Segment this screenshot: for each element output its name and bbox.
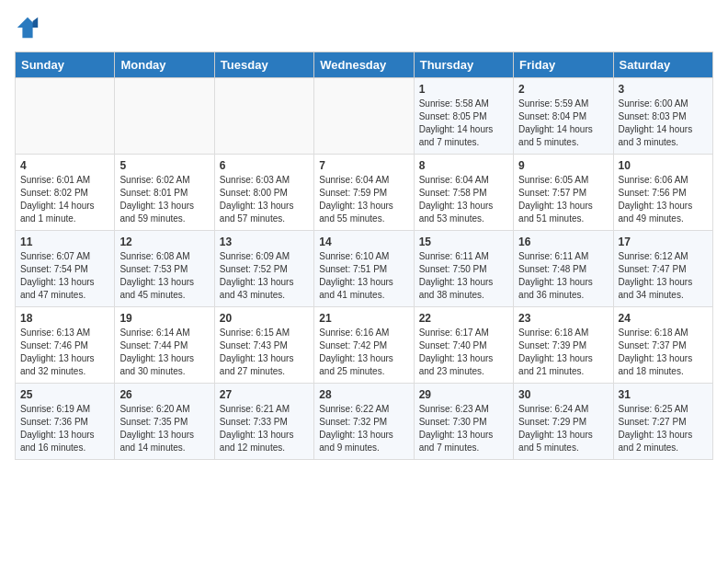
- day-number: 30: [518, 388, 608, 401]
- day-header-wednesday: Wednesday: [314, 52, 414, 78]
- calendar-cell: 24Sunrise: 6:18 AM Sunset: 7:37 PM Dayli…: [613, 307, 712, 384]
- day-info: Sunrise: 6:11 AM Sunset: 7:50 PM Dayligh…: [419, 250, 508, 302]
- day-info: Sunrise: 5:59 AM Sunset: 8:04 PM Dayligh…: [518, 98, 608, 149]
- calendar-cell: 6Sunrise: 6:03 AM Sunset: 8:00 PM Daylig…: [214, 155, 313, 231]
- logo: [15, 15, 44, 40]
- day-info: Sunrise: 6:22 AM Sunset: 7:32 PM Dayligh…: [319, 403, 408, 454]
- day-info: Sunrise: 6:10 AM Sunset: 7:51 PM Dayligh…: [319, 250, 408, 302]
- day-info: Sunrise: 6:04 AM Sunset: 7:58 PM Dayligh…: [419, 174, 508, 225]
- day-number: 21: [319, 312, 408, 325]
- day-info: Sunrise: 6:05 AM Sunset: 7:57 PM Dayligh…: [518, 174, 608, 225]
- calendar-cell: [16, 78, 115, 155]
- calendar-cell: 2Sunrise: 5:59 AM Sunset: 8:04 PM Daylig…: [514, 78, 613, 155]
- calendar-cell: 25Sunrise: 6:19 AM Sunset: 7:36 PM Dayli…: [16, 384, 115, 460]
- day-info: Sunrise: 6:01 AM Sunset: 8:02 PM Dayligh…: [20, 174, 109, 225]
- day-number: 27: [220, 388, 309, 401]
- day-number: 25: [20, 388, 109, 401]
- day-number: 12: [119, 236, 209, 248]
- calendar-cell: 1Sunrise: 5:58 AM Sunset: 8:05 PM Daylig…: [414, 78, 513, 155]
- day-info: Sunrise: 6:18 AM Sunset: 7:39 PM Dayligh…: [518, 327, 608, 378]
- day-info: Sunrise: 6:14 AM Sunset: 7:44 PM Dayligh…: [119, 327, 209, 378]
- day-number: 11: [20, 236, 109, 248]
- day-number: 2: [518, 83, 608, 96]
- calendar-cell: 3Sunrise: 6:00 AM Sunset: 8:03 PM Daylig…: [613, 78, 712, 155]
- day-info: Sunrise: 6:13 AM Sunset: 7:46 PM Dayligh…: [20, 327, 109, 378]
- day-number: 29: [419, 388, 508, 401]
- day-number: 9: [518, 159, 608, 172]
- day-header-thursday: Thursday: [414, 52, 513, 78]
- calendar-cell: 31Sunrise: 6:25 AM Sunset: 7:27 PM Dayli…: [613, 384, 712, 460]
- day-info: Sunrise: 5:58 AM Sunset: 8:05 PM Dayligh…: [419, 98, 508, 149]
- calendar-cell: [314, 78, 414, 155]
- day-header-saturday: Saturday: [613, 52, 712, 78]
- day-number: 28: [319, 388, 408, 401]
- day-info: Sunrise: 6:02 AM Sunset: 8:01 PM Dayligh…: [119, 174, 209, 225]
- day-info: Sunrise: 6:09 AM Sunset: 7:52 PM Dayligh…: [220, 250, 309, 302]
- day-number: 16: [518, 236, 608, 248]
- day-number: 8: [419, 159, 508, 172]
- calendar-cell: 4Sunrise: 6:01 AM Sunset: 8:02 PM Daylig…: [16, 155, 115, 231]
- calendar-table: SundayMondayTuesdayWednesdayThursdayFrid…: [15, 52, 713, 460]
- day-number: 18: [20, 312, 109, 325]
- page-header: [15, 15, 713, 40]
- calendar-cell: 11Sunrise: 6:07 AM Sunset: 7:54 PM Dayli…: [16, 231, 115, 307]
- day-number: 24: [619, 312, 708, 325]
- day-info: Sunrise: 6:03 AM Sunset: 8:00 PM Dayligh…: [220, 174, 309, 225]
- day-number: 20: [220, 312, 309, 325]
- day-info: Sunrise: 6:25 AM Sunset: 7:27 PM Dayligh…: [619, 403, 708, 454]
- calendar-week-row: 18Sunrise: 6:13 AM Sunset: 7:46 PM Dayli…: [16, 307, 713, 384]
- calendar-cell: 27Sunrise: 6:21 AM Sunset: 7:33 PM Dayli…: [214, 384, 313, 460]
- day-header-friday: Friday: [514, 52, 613, 78]
- day-info: Sunrise: 6:08 AM Sunset: 7:53 PM Dayligh…: [119, 250, 209, 302]
- day-info: Sunrise: 6:11 AM Sunset: 7:48 PM Dayligh…: [518, 250, 608, 302]
- day-number: 10: [619, 159, 708, 172]
- calendar-cell: [214, 78, 313, 155]
- day-info: Sunrise: 6:21 AM Sunset: 7:33 PM Dayligh…: [220, 403, 309, 454]
- day-number: 17: [619, 236, 708, 248]
- day-number: 23: [518, 312, 608, 325]
- day-header-tuesday: Tuesday: [214, 52, 313, 78]
- calendar-cell: 7Sunrise: 6:04 AM Sunset: 7:59 PM Daylig…: [314, 155, 414, 231]
- calendar-cell: 15Sunrise: 6:11 AM Sunset: 7:50 PM Dayli…: [414, 231, 513, 307]
- calendar-cell: 5Sunrise: 6:02 AM Sunset: 8:01 PM Daylig…: [115, 155, 214, 231]
- calendar-cell: 20Sunrise: 6:15 AM Sunset: 7:43 PM Dayli…: [214, 307, 313, 384]
- day-info: Sunrise: 6:23 AM Sunset: 7:30 PM Dayligh…: [419, 403, 508, 454]
- calendar-cell: 30Sunrise: 6:24 AM Sunset: 7:29 PM Dayli…: [514, 384, 613, 460]
- calendar-cell: 28Sunrise: 6:22 AM Sunset: 7:32 PM Dayli…: [314, 384, 414, 460]
- day-number: 3: [619, 83, 708, 96]
- day-info: Sunrise: 6:00 AM Sunset: 8:03 PM Dayligh…: [619, 98, 708, 149]
- calendar-cell: 22Sunrise: 6:17 AM Sunset: 7:40 PM Dayli…: [414, 307, 513, 384]
- day-number: 5: [119, 159, 209, 172]
- calendar-cell: 12Sunrise: 6:08 AM Sunset: 7:53 PM Dayli…: [115, 231, 214, 307]
- day-info: Sunrise: 6:06 AM Sunset: 7:56 PM Dayligh…: [619, 174, 708, 225]
- calendar-cell: 17Sunrise: 6:12 AM Sunset: 7:47 PM Dayli…: [613, 231, 712, 307]
- day-info: Sunrise: 6:18 AM Sunset: 7:37 PM Dayligh…: [619, 327, 708, 378]
- calendar-cell: 19Sunrise: 6:14 AM Sunset: 7:44 PM Dayli…: [115, 307, 214, 384]
- day-header-sunday: Sunday: [16, 52, 115, 78]
- day-number: 4: [20, 159, 109, 172]
- day-number: 1: [419, 83, 508, 96]
- calendar-cell: 23Sunrise: 6:18 AM Sunset: 7:39 PM Dayli…: [514, 307, 613, 384]
- calendar-cell: 13Sunrise: 6:09 AM Sunset: 7:52 PM Dayli…: [214, 231, 313, 307]
- calendar-header-row: SundayMondayTuesdayWednesdayThursdayFrid…: [16, 52, 713, 78]
- calendar-cell: 10Sunrise: 6:06 AM Sunset: 7:56 PM Dayli…: [613, 155, 712, 231]
- logo-icon: [15, 15, 40, 40]
- svg-marker-1: [33, 17, 39, 28]
- day-info: Sunrise: 6:04 AM Sunset: 7:59 PM Dayligh…: [319, 174, 408, 225]
- calendar-cell: 18Sunrise: 6:13 AM Sunset: 7:46 PM Dayli…: [16, 307, 115, 384]
- calendar-week-row: 4Sunrise: 6:01 AM Sunset: 8:02 PM Daylig…: [16, 155, 713, 231]
- day-info: Sunrise: 6:19 AM Sunset: 7:36 PM Dayligh…: [20, 403, 109, 454]
- day-info: Sunrise: 6:24 AM Sunset: 7:29 PM Dayligh…: [518, 403, 608, 454]
- day-info: Sunrise: 6:12 AM Sunset: 7:47 PM Dayligh…: [619, 250, 708, 302]
- calendar-week-row: 11Sunrise: 6:07 AM Sunset: 7:54 PM Dayli…: [16, 231, 713, 307]
- calendar-cell: 26Sunrise: 6:20 AM Sunset: 7:35 PM Dayli…: [115, 384, 214, 460]
- day-number: 14: [319, 236, 408, 248]
- day-number: 19: [119, 312, 209, 325]
- day-number: 6: [220, 159, 309, 172]
- calendar-cell: 14Sunrise: 6:10 AM Sunset: 7:51 PM Dayli…: [314, 231, 414, 307]
- day-info: Sunrise: 6:07 AM Sunset: 7:54 PM Dayligh…: [20, 250, 109, 302]
- day-number: 13: [220, 236, 309, 248]
- day-number: 7: [319, 159, 408, 172]
- calendar-week-row: 1Sunrise: 5:58 AM Sunset: 8:05 PM Daylig…: [16, 78, 713, 155]
- calendar-cell: 8Sunrise: 6:04 AM Sunset: 7:58 PM Daylig…: [414, 155, 513, 231]
